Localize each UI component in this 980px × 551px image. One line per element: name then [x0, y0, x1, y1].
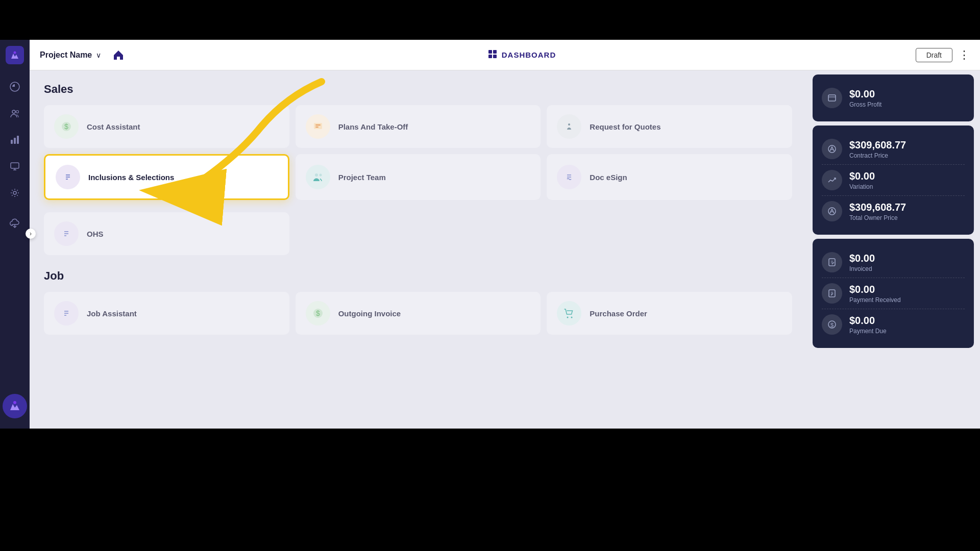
project-name-text: Project Name [40, 51, 92, 60]
content-panel: Sales $ Cost Assistant [30, 70, 806, 429]
gross-profit-label: Gross Profit [849, 101, 965, 108]
doc-esign-icon [557, 165, 581, 189]
cost-assistant-card[interactable]: $ Cost Assistant [44, 105, 289, 148]
home-icon-btn[interactable] [109, 46, 128, 64]
payment-received-value: $0.00 [849, 284, 965, 295]
svg-text:$: $ [316, 309, 320, 317]
svg-text:$: $ [64, 122, 68, 131]
svg-point-22 [565, 122, 574, 131]
inclusions-selections-card[interactable]: Inclusions & Selections [44, 154, 289, 200]
main-content: Project Name ∨ [30, 40, 980, 429]
project-team-card[interactable]: Project Team [296, 154, 541, 200]
outgoing-invoice-label: Outgoing Invoice [338, 309, 401, 318]
sidebar-logo[interactable] [6, 46, 24, 64]
sales-section: Sales $ Cost Assistant [44, 83, 792, 255]
svg-point-28 [315, 173, 318, 177]
svg-point-44 [571, 317, 573, 318]
svg-point-43 [567, 317, 569, 318]
ohs-label: OHS [87, 230, 104, 238]
variation-row: $0.00 Variation [822, 164, 965, 195]
svg-rect-21 [315, 127, 318, 128]
purchase-order-label: Purchase Order [590, 309, 647, 318]
gross-profit-card: $0.00 Gross Profit [813, 74, 974, 121]
app-area: › [0, 40, 980, 429]
invoiced-icon [822, 252, 842, 272]
variation-icon [822, 170, 842, 190]
payment-due-icon: $ [822, 314, 842, 335]
total-owner-icon [822, 201, 842, 221]
monitor-icon[interactable] [7, 158, 23, 174]
chart-icon[interactable] [7, 132, 23, 148]
sales-section-title: Sales [44, 83, 792, 96]
purchase-order-card[interactable]: Purchase Order [547, 292, 792, 335]
svg-rect-4 [11, 140, 13, 144]
outgoing-invoice-card[interactable]: $ Outgoing Invoice [296, 292, 541, 335]
svg-rect-13 [488, 50, 492, 54]
cloud-icon[interactable] [7, 215, 23, 232]
svg-rect-51 [829, 259, 835, 266]
scroll-area: Sales $ Cost Assistant [30, 70, 980, 429]
ohs-card[interactable]: OHS [44, 212, 289, 255]
cost-assistant-label: Cost Assistant [87, 122, 140, 131]
job-section: Job [44, 269, 792, 335]
doc-esign-card[interactable]: Doc eSign [547, 154, 792, 200]
cost-assistant-icon: $ [54, 114, 79, 139]
variation-label: Variation [849, 183, 965, 190]
svg-point-2 [12, 110, 15, 113]
dashboard-btn[interactable]: DASHBOARD [487, 49, 556, 61]
top-nav: Project Name ∨ [30, 40, 980, 70]
svg-rect-6 [17, 136, 19, 144]
gross-profit-value: $0.00 [849, 88, 965, 100]
more-options-icon[interactable]: ⋮ [959, 48, 970, 62]
svg-rect-15 [488, 55, 492, 58]
black-bar-top [0, 0, 980, 40]
nav-right: Draft ⋮ [916, 48, 970, 62]
inclusions-selections-label: Inclusions & Selections [88, 173, 174, 182]
job-assistant-card[interactable]: Job Assistant [44, 292, 289, 335]
plans-takeoff-icon [306, 114, 330, 139]
request-quotes-icon [557, 114, 581, 139]
job-assistant-label: Job Assistant [87, 309, 137, 318]
svg-rect-19 [314, 123, 322, 129]
svg-rect-20 [315, 124, 321, 126]
stats-panel: $0.00 Gross Profit [806, 70, 980, 429]
inclusions-icon [56, 165, 80, 189]
project-team-icon [306, 165, 330, 189]
svg-point-3 [16, 111, 19, 113]
request-quotes-label: Request for Quotes [590, 122, 660, 131]
plans-takeoff-label: Plans And Take-Off [338, 122, 408, 131]
invoiced-label: Invoiced [849, 265, 965, 272]
gross-profit-row: $0.00 Gross Profit [822, 83, 965, 113]
purchase-order-icon [557, 301, 581, 325]
payment-due-label: Payment Due [849, 328, 965, 335]
contract-card: $309,608.77 Contract Price [813, 126, 974, 235]
chevron-down-icon: ∨ [96, 51, 101, 59]
doc-esign-label: Doc eSign [590, 173, 627, 182]
contract-price-label: Contract Price [849, 152, 965, 159]
total-owner-label: Total Owner Price [849, 214, 965, 221]
total-owner-row: $309,608.77 Total Owner Price [822, 195, 965, 227]
total-owner-value: $309,608.77 [849, 202, 965, 213]
sales-cards-grid: $ Cost Assistant [44, 105, 792, 200]
job-assistant-icon [54, 301, 79, 325]
payment-due-row: $ $0.00 Payment Due [822, 309, 965, 340]
plans-takeoff-card[interactable]: Plans And Take-Off [296, 105, 541, 148]
settings-icon[interactable] [7, 185, 23, 201]
svg-text:$: $ [830, 322, 834, 328]
users-icon[interactable] [7, 105, 23, 121]
sidebar-expand-btn[interactable]: › [26, 229, 36, 239]
svg-point-0 [14, 52, 16, 54]
svg-rect-45 [828, 95, 836, 101]
request-quotes-card[interactable]: Request for Quotes [547, 105, 792, 148]
svg-point-12 [13, 401, 16, 404]
black-bar-bottom [0, 429, 980, 551]
gross-profit-icon [822, 88, 842, 108]
svg-rect-14 [493, 50, 497, 54]
draft-button[interactable]: Draft [916, 48, 952, 62]
dashboard-grid-icon [487, 49, 498, 61]
analytics-icon[interactable] [7, 79, 23, 95]
project-team-label: Project Team [338, 173, 386, 182]
sidebar-bottom-logo[interactable] [3, 394, 27, 418]
project-name-selector[interactable]: Project Name ∨ [40, 51, 101, 60]
payment-received-icon [822, 283, 842, 304]
